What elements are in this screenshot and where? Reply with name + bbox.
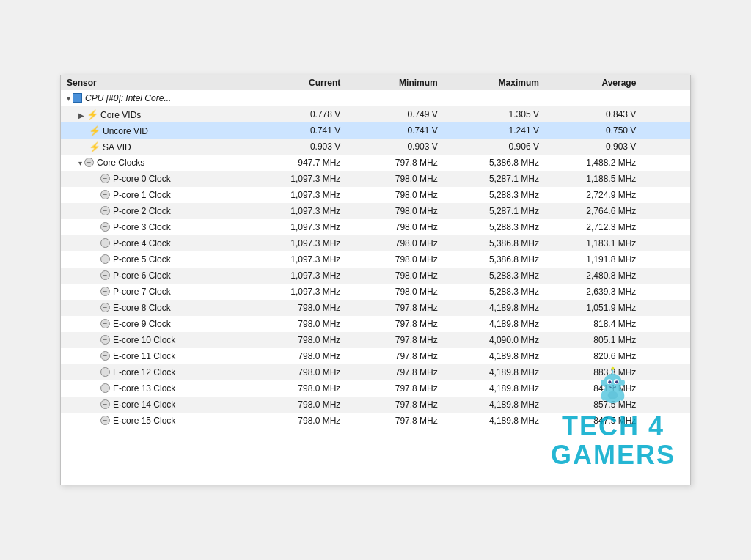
value-cell: 798.0 MHz — [352, 284, 449, 300]
value-cell: 798.0 MHz — [352, 235, 449, 251]
value-cell: 797.8 MHz — [352, 348, 449, 364]
minus-circle-icon: − — [100, 399, 110, 409]
value-cell: 0.903 V — [255, 139, 352, 155]
bolt-icon: ⚡ — [89, 141, 100, 152]
value-cell: 797.8 MHz — [352, 413, 449, 429]
value-cell: 5,386.8 MHz — [450, 155, 551, 171]
value-cell: 1,097.3 MHz — [255, 235, 352, 251]
value-cell: 797.8 MHz — [352, 380, 449, 397]
value-cell: 5,288.3 MHz — [450, 219, 551, 235]
value-cell: 0.741 V — [255, 122, 352, 139]
table-row: −E-core 14 Clock798.0 MHz797.8 MHz4,189.… — [61, 397, 690, 413]
value-cell: 1.241 V — [450, 122, 551, 139]
main-panel: SensorCurrentMinimumMaximumAverage▾CPU [… — [60, 75, 691, 485]
value-cell: 847.5 MHz — [551, 413, 648, 429]
value-cell: 798.0 MHz — [352, 251, 449, 268]
table-row: ▾CPU [#0]: Intel Core... — [61, 90, 690, 106]
row-label: E-core 11 Clock — [113, 351, 175, 361]
value-cell: 798.0 MHz — [352, 203, 449, 219]
value-cell: 883.3 MHz — [551, 364, 648, 380]
value-cell — [255, 90, 352, 106]
minus-circle-icon: − — [100, 270, 110, 280]
value-cell: 0.843 V — [551, 106, 648, 122]
minus-circle-icon: − — [100, 174, 110, 183]
row-label: E-core 8 Clock — [113, 303, 171, 313]
value-cell: 1,488.2 MHz — [551, 155, 648, 171]
value-cell: 1,097.3 MHz — [255, 187, 352, 203]
row-label: Core Clocks — [97, 158, 144, 168]
value-cell: 1,097.3 MHz — [255, 251, 352, 268]
value-cell: 798.0 MHz — [255, 364, 352, 380]
table-row: −E-core 10 Clock798.0 MHz797.8 MHz4,090.… — [61, 332, 690, 348]
minus-circle-icon: − — [100, 238, 110, 248]
value-cell: 2,712.3 MHz — [551, 219, 648, 235]
table-row: −P-core 3 Clock1,097.3 MHz798.0 MHz5,288… — [61, 219, 690, 235]
row-label: SA VID — [103, 142, 131, 152]
value-cell: 798.0 MHz — [352, 268, 449, 284]
value-cell: 5,287.1 MHz — [450, 171, 551, 187]
minus-circle-icon: − — [100, 254, 110, 264]
value-cell: 5,386.8 MHz — [450, 235, 551, 251]
expand-arrow-icon[interactable]: ▶ — [78, 111, 84, 119]
value-cell: 798.0 MHz — [352, 171, 449, 187]
table-row: −P-core 7 Clock1,097.3 MHz798.0 MHz5,288… — [61, 284, 690, 300]
value-cell: 805.1 MHz — [551, 332, 648, 348]
table-row: −E-core 15 Clock798.0 MHz797.8 MHz4,189.… — [61, 413, 690, 429]
table-row: −P-core 1 Clock1,097.3 MHz798.0 MHz5,288… — [61, 187, 690, 203]
table-row: ⚡Uncore VID0.741 V0.741 V1.241 V0.750 V — [61, 122, 690, 139]
value-cell: 1,097.3 MHz — [255, 171, 352, 187]
value-cell: 0.741 V — [352, 122, 449, 139]
row-label: E-core 12 Clock — [113, 367, 175, 377]
table-row: −E-core 12 Clock798.0 MHz797.8 MHz4,189.… — [61, 364, 690, 380]
value-cell: 4,189.8 MHz — [450, 348, 551, 364]
value-cell: 798.0 MHz — [255, 316, 352, 332]
row-label: P-core 0 Clock — [113, 174, 171, 184]
minus-circle-icon: − — [100, 287, 110, 296]
value-cell: 797.8 MHz — [352, 364, 449, 380]
value-cell: 2,724.9 MHz — [551, 187, 648, 203]
row-label: P-core 7 Clock — [113, 287, 171, 297]
value-cell: 0.778 V — [255, 106, 352, 122]
expand-arrow-icon[interactable]: ▾ — [78, 159, 82, 167]
minus-circle-icon: − — [100, 383, 110, 393]
row-label: E-core 14 Clock — [113, 399, 175, 410]
value-cell: 818.4 MHz — [551, 316, 648, 332]
row-label: E-core 13 Clock — [113, 383, 175, 394]
value-cell: 0.903 V — [551, 139, 648, 155]
bolt-icon: ⚡ — [89, 125, 100, 136]
value-cell: 5,288.3 MHz — [450, 268, 551, 284]
value-cell: 5,386.8 MHz — [450, 251, 551, 268]
value-cell: 2,764.6 MHz — [551, 203, 648, 219]
minus-circle-icon: − — [100, 351, 110, 361]
minus-circle-icon: − — [84, 158, 94, 167]
value-cell: 1,097.3 MHz — [255, 268, 352, 284]
value-cell: 5,287.1 MHz — [450, 203, 551, 219]
value-cell: 2,639.3 MHz — [551, 284, 648, 300]
minus-circle-icon: − — [100, 190, 110, 199]
row-label: P-core 5 Clock — [113, 254, 171, 265]
value-cell: 1,183.1 MHz — [551, 235, 648, 251]
cpu-icon — [73, 93, 82, 103]
row-label: E-core 10 Clock — [113, 335, 175, 345]
value-cell: 1,097.3 MHz — [255, 203, 352, 219]
minus-circle-icon: − — [100, 335, 110, 345]
table-row: −E-core 8 Clock798.0 MHz797.8 MHz4,189.8… — [61, 300, 690, 316]
table-row: −E-core 13 Clock798.0 MHz797.8 MHz4,189.… — [61, 380, 690, 397]
value-cell: 1,191.8 MHz — [551, 251, 648, 268]
row-label: P-core 2 Clock — [113, 206, 171, 216]
table-row: ⚡SA VID0.903 V0.903 V0.906 V0.903 V — [61, 139, 690, 155]
value-cell: 4,189.8 MHz — [450, 316, 551, 332]
value-cell: 1,188.5 MHz — [551, 171, 648, 187]
value-cell: 797.8 MHz — [352, 300, 449, 316]
table-row: −P-core 5 Clock1,097.3 MHz798.0 MHz5,386… — [61, 251, 690, 268]
value-cell: 0.906 V — [450, 139, 551, 155]
expand-arrow-icon[interactable]: ▾ — [67, 95, 70, 103]
value-cell — [450, 90, 551, 106]
minus-circle-icon: − — [100, 303, 110, 312]
minus-circle-icon: − — [100, 319, 110, 328]
value-cell: 4,189.8 MHz — [450, 364, 551, 380]
table-row: ▶⚡Core VIDs0.778 V0.749 V1.305 V0.843 V — [61, 106, 690, 122]
sensor-table: SensorCurrentMinimumMaximumAverage▾CPU [… — [61, 75, 690, 429]
value-cell: 1,097.3 MHz — [255, 284, 352, 300]
value-cell: 4,189.8 MHz — [450, 380, 551, 397]
